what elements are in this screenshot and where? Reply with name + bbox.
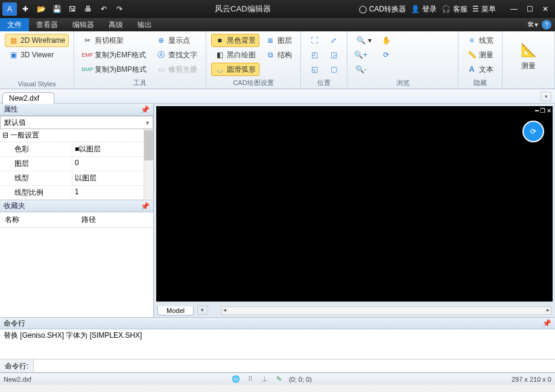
group-measure: 📐 测量	[503, 31, 555, 89]
command-input[interactable]	[34, 359, 555, 372]
quick-access-toolbar: A ✚ 📂 💾 🖫 🖶 ↶ ↷	[2, 2, 127, 16]
canvas-area: ━ ❐ ✕ ⟳ Model ▾	[154, 104, 555, 317]
btn-pos-3[interactable]: ◰	[306, 48, 323, 62]
app-logo[interactable]: A	[2, 2, 17, 16]
model-tab[interactable]: Model	[157, 306, 194, 315]
btn-find-text[interactable]: Ⓐ查找文字	[153, 48, 201, 62]
bw-icon: ◧	[215, 50, 224, 60]
emf-icon: EMF	[83, 50, 92, 60]
converter-icon: ◯	[359, 5, 367, 13]
open-icon[interactable]: 📂	[34, 2, 48, 16]
btn-structure[interactable]: ⧉结构	[262, 48, 296, 62]
prop-row[interactable]: 线型以图层	[0, 171, 153, 186]
properties-section[interactable]: ⊟ 一般设置	[0, 129, 153, 142]
redo-icon[interactable]: ↷	[112, 2, 127, 16]
prop-row[interactable]: 图层0	[0, 157, 153, 171]
login-button[interactable]: 👤登录	[411, 4, 437, 14]
prop-row[interactable]: 线型比例1	[0, 186, 153, 200]
clip-icon: ✂	[83, 36, 92, 45]
new-icon[interactable]: ✚	[18, 2, 33, 16]
help-icon[interactable]: ?	[542, 20, 551, 30]
search-text-icon: Ⓐ	[156, 50, 166, 60]
btn-pos-2[interactable]: ⤢	[325, 34, 342, 47]
undo-icon[interactable]: ↶	[97, 2, 111, 16]
tool-dropdown-icon[interactable]: 🛠▾	[527, 21, 538, 29]
lineweight-icon: ≡	[467, 36, 477, 45]
btn-black-bg[interactable]: ■黑色背景	[211, 34, 259, 47]
command-header: 命令行 📌	[0, 317, 555, 329]
service-button[interactable]: 🎧客服	[442, 4, 468, 14]
btn-trim-album[interactable]: ▭修剪光册	[153, 63, 201, 76]
save-icon[interactable]: 💾	[49, 2, 64, 16]
view-cube-badge[interactable]: ⟳	[522, 121, 544, 142]
save-pdf-icon[interactable]: 🖫	[65, 2, 80, 16]
properties-header: 属性 📌	[0, 104, 153, 116]
properties-panel: 属性 📌 默认值 ⊟ 一般设置 色彩■以图层 图层0 线型以图层 线型比例1	[0, 104, 153, 200]
btn-bw-draw[interactable]: ◧黑白绘图	[211, 48, 259, 62]
maximize-button[interactable]: ☐	[522, 2, 537, 16]
menu-button[interactable]: ☰菜单	[472, 4, 496, 14]
canvas-close-icon[interactable]: ✕	[547, 107, 551, 114]
menu-output[interactable]: 输出	[130, 18, 159, 31]
canvas-restore-icon[interactable]: ❐	[540, 107, 545, 114]
btn-layer[interactable]: ≣图层	[262, 34, 296, 47]
prop-row[interactable]: 色彩■以图层	[0, 142, 153, 157]
close-button[interactable]: ✕	[538, 2, 553, 16]
window-zoom-icon: ◰	[309, 50, 319, 60]
btn-show-points[interactable]: ⊕显示点	[153, 34, 201, 47]
group-position: ⛶ ◰ ◱ ⤢ ◲ ▢ 位置	[301, 31, 347, 89]
btn-measure[interactable]: 📏测量	[463, 48, 497, 62]
btn-3d-viewer[interactable]: ▣3D Viewer	[5, 48, 69, 62]
layers-icon: ≣	[265, 36, 275, 45]
menu-viewer[interactable]: 查看器	[29, 18, 65, 31]
pin-icon[interactable]: 📌	[141, 202, 150, 210]
user-icon: 👤	[411, 5, 420, 13]
horizontal-scrollbar[interactable]	[221, 306, 551, 315]
btn-copy-bmp[interactable]: BMP复制为BMP格式	[79, 63, 150, 76]
btn-pos-4[interactable]: ◲	[325, 48, 342, 62]
print-icon[interactable]: 🖶	[81, 2, 95, 16]
menu-editor[interactable]: 编辑器	[65, 18, 101, 31]
ortho-icon[interactable]: ⊥	[260, 375, 270, 384]
properties-selector[interactable]: 默认值	[0, 116, 153, 129]
btn-zoom-dd[interactable]: 🔍▾	[352, 34, 375, 47]
btn-measure-large[interactable]: 📐 测量	[507, 34, 550, 79]
grid-icon[interactable]: ⠿	[246, 375, 255, 384]
btn-pos-1[interactable]: ⛶	[306, 34, 323, 47]
btn-smooth-arc[interactable]: ◡圆滑弧形	[211, 63, 259, 76]
snap-icon[interactable]: ✎	[274, 375, 284, 384]
favorites-col-name[interactable]: 名称	[0, 212, 77, 227]
command-prompt: 命令行:	[0, 359, 34, 372]
properties-scrollbar[interactable]	[144, 129, 153, 199]
btn-pan[interactable]: ✋	[378, 34, 395, 47]
pin-icon[interactable]: 📌	[542, 319, 551, 327]
minimize-button[interactable]: —	[507, 2, 521, 16]
command-input-row: 命令行:	[0, 359, 555, 373]
magnifier-icon: 🔍	[356, 36, 366, 45]
btn-orbit[interactable]: ⟳	[378, 48, 395, 62]
btn-zoom-in[interactable]: 🔍+	[352, 48, 375, 62]
btn-2d-wireframe[interactable]: ▦2D Wireframe	[5, 34, 69, 47]
menu-advanced[interactable]: 高级	[101, 18, 130, 31]
cube-icon: ▣	[8, 50, 18, 60]
btn-copy-emf[interactable]: EMF复制为EMF格式	[79, 48, 150, 62]
headset-icon: 🎧	[442, 5, 451, 13]
btn-text[interactable]: A文本	[463, 63, 497, 76]
cad-converter-button[interactable]: ◯CAD转换器	[359, 4, 406, 14]
btn-lineweight[interactable]: ≡线宽	[463, 34, 497, 47]
tab-dropdown[interactable]: ▾	[541, 92, 551, 101]
globe-icon[interactable]: 🌐	[231, 375, 241, 384]
canvas-min-icon[interactable]: ━	[535, 107, 539, 114]
drawing-canvas[interactable]: ━ ❐ ✕ ⟳	[156, 106, 553, 302]
select-icon: ◱	[309, 65, 319, 74]
menu-icon: ☰	[472, 5, 479, 13]
btn-clip-frame[interactable]: ✂剪切框架	[79, 34, 150, 47]
btn-pos-6[interactable]: ▢	[325, 63, 342, 76]
favorites-col-path[interactable]: 路径	[77, 212, 153, 227]
pin-icon[interactable]: 📌	[141, 106, 150, 114]
btn-pos-5[interactable]: ◱	[306, 63, 323, 76]
menu-file[interactable]: 文件	[0, 18, 29, 31]
file-tab-current[interactable]: New2.dxf	[2, 92, 54, 104]
btn-zoom-out[interactable]: 🔍-	[352, 63, 375, 76]
model-dropdown[interactable]: ▾	[197, 305, 208, 315]
